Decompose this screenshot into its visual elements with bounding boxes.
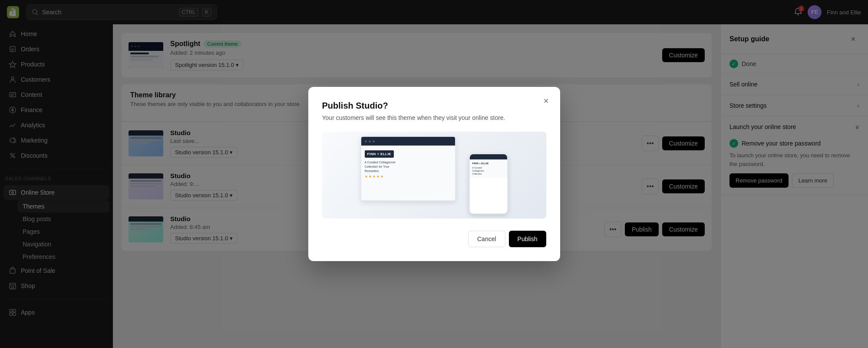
preview-hero-text: A Curated CottagecoreCollection for True…: [365, 160, 452, 173]
preview-mobile-frame: FINN + ELLIE A CuratedCottagecoreCollect…: [469, 153, 508, 214]
modal-close-button[interactable]: ×: [539, 94, 553, 108]
preview-mobile-notch: [470, 154, 507, 159]
star-icon-3: ★: [373, 175, 376, 179]
modal-preview: FINN + ELLIE A Curated CottagecoreCollec…: [322, 132, 546, 219]
preview-star-row: ★ ★ ★ ★ ★: [365, 175, 452, 179]
modal-publish-button[interactable]: Publish: [509, 231, 546, 247]
preview-mockup: FINN + ELLIE A Curated CottagecoreCollec…: [360, 136, 508, 214]
preview-desktop-content: FINN + ELLIE A Curated CottagecoreCollec…: [361, 146, 455, 200]
star-icon-2: ★: [369, 175, 372, 179]
preview-logo: FINN + ELLIE: [365, 150, 394, 158]
preview-mobile-hero: A CuratedCottagecoreCollection: [472, 166, 505, 176]
preview-desktop-frame: FINN + ELLIE A Curated CottagecoreCollec…: [360, 136, 456, 201]
preview-desktop-header: [361, 137, 455, 146]
modal-actions: Cancel Publish: [322, 231, 546, 247]
modal-overlay[interactable]: × Publish Studio? Your customers will se…: [0, 0, 868, 348]
modal-cancel-button[interactable]: Cancel: [468, 231, 505, 247]
modal-subtitle: Your customers will see this theme when …: [322, 114, 546, 121]
publish-modal: × Publish Studio? Your customers will se…: [308, 87, 560, 261]
star-icon-4: ★: [376, 175, 380, 179]
preview-mobile-content: FINN + ELLIE A CuratedCottagecoreCollect…: [470, 159, 507, 178]
star-icon-5: ★: [380, 175, 383, 179]
modal-title: Publish Studio?: [322, 101, 546, 111]
preview-mobile-logo: FINN + ELLIE: [472, 162, 505, 165]
star-icon-1: ★: [365, 175, 368, 179]
